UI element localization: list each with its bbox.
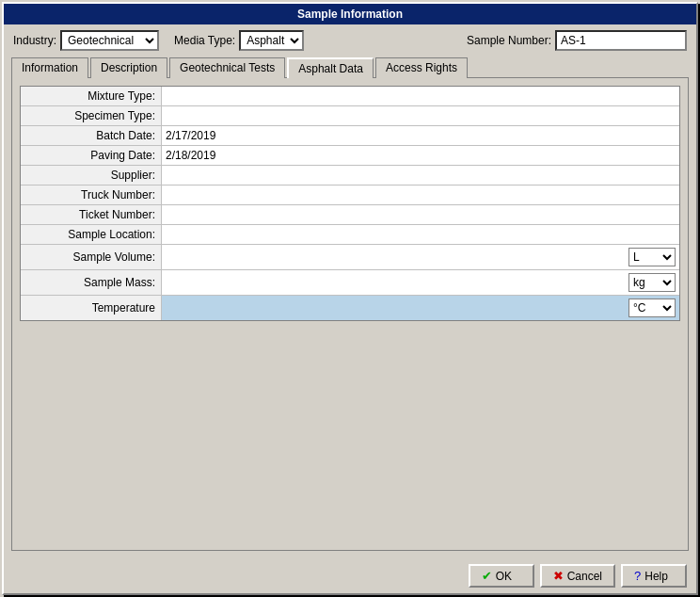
- main-window: Sample Information Industry: Geotechnica…: [2, 2, 698, 595]
- help-button[interactable]: ? Help: [621, 564, 687, 588]
- cancel-button[interactable]: ✖ Cancel: [540, 564, 615, 588]
- form-label-10: Temperature: [21, 296, 162, 320]
- help-label: Help: [644, 570, 668, 583]
- form-input-3[interactable]: [166, 149, 676, 162]
- form-row: Specimen Type:: [21, 106, 679, 126]
- tab-description[interactable]: Description: [90, 57, 167, 78]
- tab-information[interactable]: Information: [11, 57, 88, 78]
- form-row: Temperature°C°FK: [21, 296, 679, 320]
- window-title: Sample Information: [297, 8, 403, 21]
- sample-number-input[interactable]: [555, 30, 687, 51]
- toolbar: Industry: GeotechnicalEnvironmentalConst…: [4, 24, 696, 56]
- media-type-group: Media Type: AsphaltSoilRockWater: [174, 30, 304, 51]
- form-input-5[interactable]: [166, 188, 676, 202]
- form-label-5: Truck Number:: [21, 186, 162, 204]
- unit-select-10[interactable]: °C°FK: [628, 298, 676, 317]
- form-input-10[interactable]: [166, 301, 628, 315]
- footer: ✔ OK ✖ Cancel ? Help: [4, 558, 696, 593]
- tab-access_rights[interactable]: Access Rights: [375, 57, 468, 78]
- cancel-label: Cancel: [567, 570, 602, 583]
- form-panel: Mixture Type:Specimen Type:Batch Date:Pa…: [20, 86, 680, 321]
- form-label-1: Specimen Type:: [21, 106, 162, 125]
- media-type-label: Media Type:: [174, 34, 235, 47]
- form-input-2[interactable]: [166, 129, 676, 142]
- form-row: Mixture Type:: [21, 87, 679, 106]
- form-label-8: Sample Volume:: [21, 245, 162, 269]
- form-input-7[interactable]: [166, 228, 676, 241]
- industry-select[interactable]: GeotechnicalEnvironmentalConstruction: [60, 30, 159, 51]
- form-label-9: Sample Mass:: [21, 270, 162, 295]
- unit-select-9[interactable]: kgglboz: [628, 273, 676, 292]
- form-row: Ticket Number:: [21, 205, 679, 225]
- form-input-1[interactable]: [166, 109, 676, 122]
- form-input-9[interactable]: [166, 276, 628, 289]
- media-type-select[interactable]: AsphaltSoilRockWater: [239, 30, 304, 51]
- form-label-7: Sample Location:: [21, 225, 162, 244]
- title-bar: Sample Information: [4, 4, 696, 24]
- form-label-6: Ticket Number:: [21, 205, 162, 224]
- form-row: Truck Number:: [21, 186, 679, 205]
- unit-select-8[interactable]: LmLgalft³: [628, 248, 676, 266]
- form-input-0[interactable]: [166, 89, 676, 103]
- form-label-3: Paving Date:: [21, 146, 162, 165]
- form-input-4[interactable]: [166, 169, 676, 182]
- sample-number-label: Sample Number:: [467, 34, 551, 47]
- form-row: Sample Mass:kgglboz: [21, 270, 679, 296]
- form-input-8[interactable]: [166, 250, 628, 264]
- form-label-2: Batch Date:: [21, 126, 162, 145]
- cancel-icon: ✖: [553, 569, 564, 583]
- form-row: Sample Location:: [21, 225, 679, 245]
- tab-bar: InformationDescriptionGeotechnical Tests…: [4, 56, 696, 77]
- form-row: Supplier:: [21, 166, 679, 186]
- industry-group: Industry: GeotechnicalEnvironmentalConst…: [13, 30, 159, 51]
- form-input-6[interactable]: [166, 208, 676, 221]
- sample-number-group: Sample Number:: [467, 30, 687, 51]
- tab-content: Mixture Type:Specimen Type:Batch Date:Pa…: [11, 77, 689, 551]
- help-icon: ?: [634, 569, 641, 583]
- tab-geotechnical_tests[interactable]: Geotechnical Tests: [169, 57, 285, 78]
- form-label-0: Mixture Type:: [21, 87, 162, 105]
- form-row: Sample Volume:LmLgalft³: [21, 245, 679, 270]
- ok-label: OK: [496, 570, 512, 583]
- industry-label: Industry:: [13, 34, 56, 47]
- form-label-4: Supplier:: [21, 166, 162, 185]
- ok-icon: ✔: [482, 569, 492, 583]
- form-row: Batch Date:: [21, 126, 679, 146]
- tab-asphalt_data[interactable]: Asphalt Data: [287, 57, 374, 78]
- ok-button[interactable]: ✔ OK: [469, 564, 534, 588]
- form-row: Paving Date:: [21, 146, 679, 166]
